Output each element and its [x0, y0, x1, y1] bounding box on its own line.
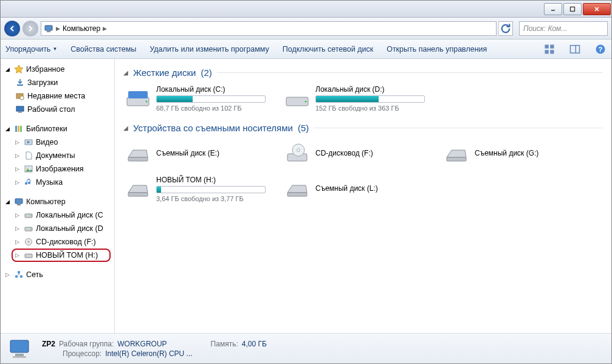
computer-icon — [8, 337, 35, 361]
svg-rect-25 — [15, 199, 22, 204]
search-placeholder: Поиск: Ком... — [523, 24, 567, 33]
sidebar-item-label: Библиотеки — [26, 125, 67, 133]
svg-rect-46 — [447, 157, 466, 161]
sidebar-item-desktop[interactable]: Рабочий стол — [1, 103, 114, 116]
nav-back-button[interactable] — [4, 21, 20, 36]
sidebar-item-label: Локальный диск (D — [36, 224, 103, 233]
drive-d[interactable]: Локальный диск (D:) 152 ГБ свободно из 3… — [283, 83, 433, 114]
svg-rect-21 — [20, 126, 22, 132]
search-input[interactable]: Поиск: Ком... — [519, 21, 608, 36]
music-icon — [24, 177, 33, 187]
section-count: (5) — [298, 123, 309, 133]
download-icon — [15, 78, 25, 88]
sidebar-item-recent[interactable]: Недавние места — [1, 89, 114, 103]
breadcrumb-item[interactable]: Компьютер — [63, 24, 100, 33]
video-icon — [24, 137, 33, 147]
drive-icon — [24, 250, 33, 260]
section-removable[interactable]: ◢ Устройства со съемными носителями (5) — [123, 123, 603, 133]
drive-free-text: 68,7 ГБ свободно из 102 ГБ — [156, 105, 273, 112]
sidebar-item-label: Видео — [36, 138, 58, 146]
svg-point-45 — [297, 149, 300, 152]
drive-usage-bar — [315, 95, 425, 103]
sidebar-item-drive-h[interactable]: ▷НОВЫЙ ТОМ (H:) — [1, 249, 114, 262]
chevron-right-icon: ▶ — [103, 26, 107, 32]
drive-c[interactable]: Локальный диск (C:) 68,7 ГБ свободно из … — [123, 83, 274, 114]
drive-e[interactable]: Съемный диск (E:) — [123, 138, 274, 170]
sidebar-item-drive-c[interactable]: ▷Локальный диск (C — [1, 208, 114, 222]
svg-point-30 — [30, 228, 32, 230]
drive-f[interactable]: CD-дисковод (F:) — [283, 138, 433, 170]
hdd-icon — [24, 210, 33, 220]
drive-usage-bar — [156, 186, 266, 193]
svg-point-39 — [145, 100, 147, 102]
image-icon — [24, 164, 33, 174]
chevron-down-icon: ◢ — [123, 69, 128, 76]
hostname: ZP2 — [42, 340, 55, 348]
recent-icon — [15, 91, 25, 101]
drive-g[interactable]: Съемный диск (G:) — [442, 138, 593, 170]
sidebar-item-label: CD-дисковод (F:) — [36, 238, 96, 246]
cd-drive-icon — [284, 142, 311, 166]
sidebar-item-label: Музыка — [36, 178, 63, 187]
sidebar-item-documents[interactable]: ▷Документы — [1, 149, 114, 162]
sidebar-item-label: Недавние места — [27, 92, 85, 100]
toolbar: Упорядочить ▼ Свойства системы Удалить и… — [1, 39, 611, 59]
view-options-button[interactable] — [543, 43, 555, 55]
titlebar — [1, 1, 611, 18]
sidebar-item-downloads[interactable]: Загрузки — [1, 76, 114, 89]
expand-icon: ◢ — [5, 126, 12, 132]
sidebar-item-label: Рабочий стол — [27, 105, 75, 114]
uninstall-program-button[interactable]: Удалить или изменить программу — [150, 45, 269, 53]
expand-icon: ◢ — [5, 199, 12, 205]
organize-menu[interactable]: Упорядочить ▼ — [5, 45, 57, 53]
system-properties-button[interactable]: Свойства системы — [70, 45, 136, 53]
sidebar-computer[interactable]: ◢ Компьютер — [1, 195, 114, 208]
sidebar-computer-group: ◢ Компьютер ▷Локальный диск (C ▷Локальны… — [1, 195, 114, 262]
svg-rect-5 — [47, 31, 50, 32]
removable-drive-icon — [443, 142, 470, 166]
map-network-drive-button[interactable]: Подключить сетевой диск — [283, 45, 373, 53]
close-button[interactable] — [583, 3, 611, 15]
memory-value: 4,00 ГБ — [242, 340, 267, 348]
svg-rect-9 — [550, 50, 554, 53]
drive-name: Съемный диск (E:) — [156, 149, 273, 157]
removable-drive-icon — [284, 177, 311, 201]
sidebar-network[interactable]: ▷ Сеть — [1, 268, 114, 281]
open-control-panel-button[interactable]: Открыть панель управления — [387, 45, 487, 53]
document-icon — [24, 151, 33, 160]
sidebar-item-label: Загрузки — [27, 78, 58, 87]
preview-pane-button[interactable] — [569, 43, 581, 55]
sidebar-item-videos[interactable]: ▷Видео — [1, 136, 114, 149]
drive-free-text: 3,64 ГБ свободно из 3,77 ГБ — [156, 195, 273, 202]
drive-name: НОВЫЙ ТОМ (H:) — [156, 176, 273, 184]
svg-rect-33 — [25, 254, 32, 258]
cpu-value: Intel(R) Celeron(R) CPU ... — [105, 349, 192, 358]
divider — [314, 128, 603, 128]
hdd-icon — [284, 86, 311, 111]
expand-icon: ▷ — [5, 272, 12, 278]
hdd-icon — [24, 224, 33, 233]
sidebar-item-drive-f[interactable]: ▷CD-дисковод (F:) — [1, 235, 114, 249]
section-hard-disks[interactable]: ◢ Жесткие диски (2) — [123, 67, 603, 78]
divider — [217, 72, 603, 73]
svg-point-16 — [20, 96, 24, 100]
sidebar-item-label: Локальный диск (C — [36, 211, 103, 219]
drive-h[interactable]: НОВЫЙ ТОМ (H:) 3,64 ГБ свободно из 3,77 … — [123, 173, 274, 205]
sidebar-item-drive-d[interactable]: ▷Локальный диск (D — [1, 222, 114, 235]
refresh-button[interactable] — [498, 21, 513, 36]
sidebar-item-pictures[interactable]: ▷Изображения — [1, 162, 114, 176]
expand-icon: ▷ — [15, 225, 21, 232]
desktop-icon — [15, 105, 25, 114]
sidebar-item-music[interactable]: ▷Музыка — [1, 176, 114, 189]
sidebar-item-label: Компьютер — [26, 197, 66, 206]
minimize-button[interactable] — [544, 3, 562, 15]
breadcrumb[interactable]: ▶ Компьютер ▶ — [41, 21, 497, 36]
help-button[interactable]: ? — [594, 43, 607, 55]
sidebar-libraries[interactable]: ◢ Библиотеки — [1, 122, 114, 136]
sidebar-favorites[interactable]: ◢ Избранное — [1, 63, 114, 76]
maximize-button[interactable] — [563, 3, 582, 15]
svg-rect-19 — [15, 126, 17, 132]
nav-forward-button[interactable] — [22, 21, 38, 36]
network-icon — [14, 270, 24, 280]
drive-l[interactable]: Съемный диск (L:) — [283, 173, 433, 205]
